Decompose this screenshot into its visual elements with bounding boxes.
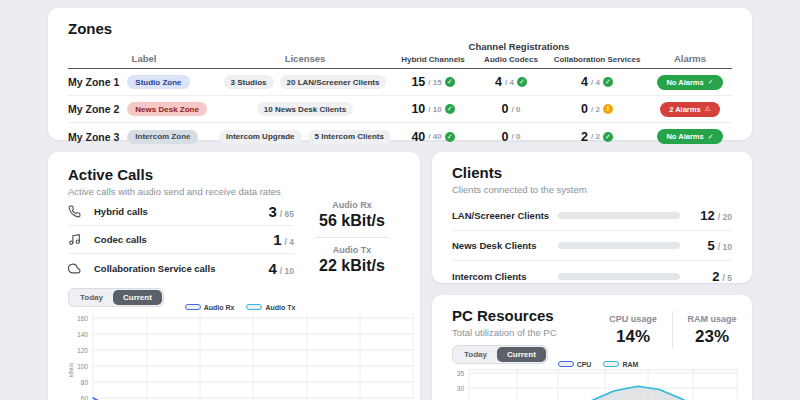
col-header-collaboration-services: Collaboration Services (546, 55, 648, 64)
zones-table-header: Label Licenses Channel Registrations Hyb… (68, 41, 732, 69)
progress-bar (558, 273, 680, 280)
col-header-label: Label (68, 53, 220, 64)
alarms-badge: No Alarms✓ (657, 75, 722, 90)
client-row-intercom: Intercom Clients 2/ 5 (452, 261, 732, 291)
intercom-clients-value: 2 (712, 269, 719, 284)
col-header-alarms: Alarms (648, 53, 732, 64)
zone-type-badge: Studio Zone (127, 75, 189, 89)
collab-value: 2 (581, 130, 588, 144)
svg-text:140: 140 (77, 331, 88, 338)
call-row-collaboration: Collaboration Service calls 4/ 10 (68, 254, 294, 282)
music-note-icon (68, 233, 94, 246)
license-pill: 5 Intercom Clients (308, 130, 391, 144)
check-icon: ✓ (708, 133, 714, 141)
divider (316, 237, 388, 238)
legend-swatch (558, 361, 574, 367)
hybrid-value: 40 (411, 130, 425, 144)
svg-text:100: 100 (77, 363, 88, 370)
area-chart-canvas: 3530 (448, 369, 748, 400)
audio-tx-value: 22 kBit/s (304, 257, 400, 275)
call-row-codec: Codec calls 1/ 4 (68, 226, 294, 254)
alarms-badge: No Alarms✓ (657, 129, 722, 144)
phone-icon (68, 205, 94, 218)
zone-type-badge: Intercom Zone (127, 130, 198, 144)
collab-value: 4 (581, 75, 588, 89)
svg-text:35: 35 (457, 370, 465, 377)
pc-utilization-chart: CPU RAM 3530 (448, 359, 748, 400)
audio-tx-label: Audio Tx (304, 245, 400, 255)
hybrid-calls-value: 3 (268, 203, 276, 220)
audio-rate-chart: Audio Rx Audio Tx 1601401201008060kBit/s (64, 302, 416, 400)
check-circle-icon: ✓ (603, 77, 613, 87)
legend-audio-rx[interactable]: Audio Rx (185, 304, 235, 311)
ram-usage-stat: RAM usage 23% (679, 314, 745, 347)
progress-bar (558, 212, 680, 219)
license-pill: 3 Studios (224, 75, 274, 89)
ram-usage-value: 23% (679, 327, 745, 347)
active-calls-title: Active Calls (68, 166, 400, 183)
svg-text:60: 60 (81, 395, 89, 400)
check-circle-icon: ✓ (445, 77, 455, 87)
news-desk-clients-value: 5 (708, 238, 715, 253)
svg-text:120: 120 (77, 347, 88, 354)
audio-codecs-value: 4 (495, 75, 502, 89)
chart-legend: Audio Rx Audio Tx (64, 302, 416, 312)
zone-type-badge: News Desk Zone (127, 102, 207, 116)
client-row-lan-screener: LAN/Screener Clients 12/ 20 (452, 201, 732, 231)
cloud-icon (68, 262, 94, 275)
collab-value: 0 (581, 102, 588, 116)
legend-ram[interactable]: RAM (603, 361, 638, 368)
check-icon: ✓ (708, 78, 714, 86)
license-pill: Intercom Upgrade (219, 130, 301, 144)
legend-audio-tx[interactable]: Audio Tx (246, 304, 295, 311)
legend-swatch (246, 304, 262, 310)
hybrid-value: 10 (411, 102, 425, 116)
col-header-audio-codecs: Audio Codecs (476, 55, 546, 64)
zones-panel: Zones Label Licenses Channel Registratio… (48, 8, 752, 140)
zone-row-2: My Zone 2 News Desk Zone 10 News Desk Cl… (68, 96, 732, 123)
license-pill: 20 LAN/Screener Clients (280, 75, 387, 89)
audio-rx-value: 56 kBit/s (304, 212, 400, 230)
calls-list: Hybrid calls 3/ 65 Codec calls 1/ 4 Coll… (68, 198, 294, 282)
legend-swatch (185, 304, 201, 310)
clients-panel: Clients Clients connected to the system … (432, 152, 752, 283)
pc-resources-panel: PC Resources Total utilization of the PC… (432, 295, 752, 400)
active-calls-panel: Active Calls Active calls with audio sen… (48, 152, 420, 400)
svg-text:30: 30 (457, 385, 465, 392)
zone-name: My Zone 1 (68, 76, 119, 88)
audio-rates-block: Audio Rx 56 kBit/s Audio Tx 22 kBit/s (304, 200, 400, 275)
col-group-channel-registrations: Channel Registrations Hybrid Channels Au… (390, 41, 648, 64)
legend-cpu[interactable]: CPU (558, 361, 592, 368)
cpu-usage-value: 14% (600, 327, 666, 347)
audio-codecs-value: 0 (502, 102, 509, 116)
check-circle-icon: ✓ (603, 132, 613, 142)
zone-row-1: My Zone 1 Studio Zone 3 Studios 20 LAN/S… (68, 69, 732, 96)
zone-name: My Zone 2 (68, 103, 119, 115)
stats-divider (672, 311, 673, 349)
codec-calls-value: 1 (273, 231, 281, 248)
zones-title: Zones (68, 20, 732, 37)
audio-rx-label: Audio Rx (304, 200, 400, 210)
check-circle-icon: ✓ (445, 132, 455, 142)
cpu-usage-stat: CPU usage 14% (600, 314, 666, 347)
check-circle-icon: ✓ (445, 104, 455, 114)
license-pill: 10 News Desk Clients (257, 102, 353, 116)
clients-subtitle: Clients connected to the system (452, 184, 732, 195)
warning-triangle-icon: ⚠ (705, 105, 711, 113)
svg-text:160: 160 (77, 315, 88, 322)
col-header-licenses: Licenses (220, 53, 390, 64)
svg-text:kBit/s: kBit/s (68, 363, 74, 378)
lan-clients-value: 12 (700, 208, 714, 223)
clients-title: Clients (452, 164, 732, 181)
zone-row-3: My Zone 3 Intercom Zone Intercom Upgrade… (68, 123, 732, 150)
check-circle-icon: ✓ (517, 77, 527, 87)
progress-bar (558, 242, 680, 249)
legend-swatch (603, 361, 619, 367)
col-header-hybrid-channels: Hybrid Channels (390, 55, 476, 64)
client-row-news-desk: News Desk Clients 5/ 10 (452, 231, 732, 261)
alarms-badge: 2 Alarms⚠ (660, 102, 720, 117)
warning-circle-icon: ! (603, 104, 613, 114)
pc-stats: CPU usage 14% RAM usage 23% (600, 311, 745, 349)
collab-calls-value: 4 (268, 260, 276, 277)
active-calls-subtitle: Active calls with audio send and receive… (68, 186, 400, 197)
